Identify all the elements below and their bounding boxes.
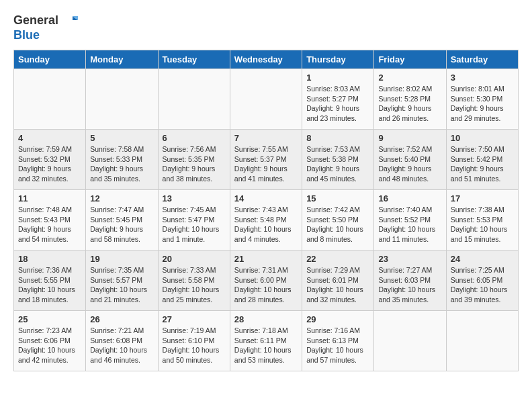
- calendar-cell: 12Sunrise: 7:47 AM Sunset: 5:45 PM Dayli…: [86, 189, 158, 250]
- cell-content: Sunrise: 7:58 AM Sunset: 5:33 PM Dayligh…: [90, 144, 153, 184]
- calendar-cell: 26Sunrise: 7:21 AM Sunset: 6:08 PM Dayli…: [86, 310, 158, 371]
- day-number: 4: [18, 133, 81, 143]
- calendar-cell: 28Sunrise: 7:18 AM Sunset: 6:11 PM Dayli…: [230, 310, 302, 371]
- day-number: 8: [306, 133, 369, 143]
- day-number: 2: [378, 73, 441, 83]
- cell-content: Sunrise: 8:01 AM Sunset: 5:30 PM Dayligh…: [451, 84, 514, 124]
- calendar-week-row: 1Sunrise: 8:03 AM Sunset: 5:27 PM Daylig…: [14, 68, 519, 129]
- calendar-cell: 16Sunrise: 7:40 AM Sunset: 5:52 PM Dayli…: [374, 189, 446, 250]
- calendar-cell: 13Sunrise: 7:45 AM Sunset: 5:47 PM Dayli…: [158, 189, 230, 250]
- calendar-week-row: 11Sunrise: 7:48 AM Sunset: 5:43 PM Dayli…: [14, 189, 519, 250]
- calendar-week-row: 25Sunrise: 7:23 AM Sunset: 6:06 PM Dayli…: [14, 310, 519, 371]
- logo-text: General Blue: [13, 13, 78, 43]
- calendar-cell: 6Sunrise: 7:56 AM Sunset: 5:35 PM Daylig…: [158, 129, 230, 189]
- calendar-header-thursday: Thursday: [302, 50, 374, 68]
- cell-content: Sunrise: 7:55 AM Sunset: 5:37 PM Dayligh…: [234, 144, 298, 184]
- day-number: 7: [234, 133, 298, 143]
- calendar-body: 1Sunrise: 8:03 AM Sunset: 5:27 PM Daylig…: [14, 68, 519, 371]
- calendar-cell: [158, 68, 230, 129]
- calendar-week-row: 4Sunrise: 7:59 AM Sunset: 5:32 PM Daylig…: [14, 129, 519, 189]
- cell-content: Sunrise: 7:27 AM Sunset: 6:03 PM Dayligh…: [378, 265, 441, 305]
- day-number: 5: [90, 133, 153, 143]
- cell-content: Sunrise: 7:18 AM Sunset: 6:11 PM Dayligh…: [234, 326, 298, 365]
- calendar-cell: 5Sunrise: 7:58 AM Sunset: 5:33 PM Daylig…: [86, 129, 158, 189]
- cell-content: Sunrise: 7:36 AM Sunset: 5:55 PM Dayligh…: [18, 265, 81, 305]
- day-number: 12: [90, 193, 153, 203]
- calendar-header-sunday: Sunday: [14, 50, 86, 68]
- calendar-header-monday: Monday: [86, 50, 158, 68]
- calendar-cell: 18Sunrise: 7:36 AM Sunset: 5:55 PM Dayli…: [14, 250, 86, 310]
- cell-content: Sunrise: 7:21 AM Sunset: 6:08 PM Dayligh…: [90, 326, 153, 365]
- cell-content: Sunrise: 7:53 AM Sunset: 5:38 PM Dayligh…: [306, 144, 369, 184]
- calendar-cell: 2Sunrise: 8:02 AM Sunset: 5:28 PM Daylig…: [374, 68, 446, 129]
- day-number: 24: [451, 254, 514, 264]
- cell-content: Sunrise: 7:33 AM Sunset: 5:58 PM Dayligh…: [163, 265, 226, 305]
- cell-content: Sunrise: 7:43 AM Sunset: 5:48 PM Dayligh…: [234, 205, 298, 244]
- calendar-cell: 24Sunrise: 7:25 AM Sunset: 6:05 PM Dayli…: [446, 250, 518, 310]
- cell-content: Sunrise: 7:48 AM Sunset: 5:43 PM Dayligh…: [18, 205, 81, 244]
- calendar-cell: [86, 68, 158, 129]
- calendar-header-wednesday: Wednesday: [230, 50, 302, 68]
- calendar-cell: 25Sunrise: 7:23 AM Sunset: 6:06 PM Dayli…: [14, 310, 86, 371]
- calendar-cell: 20Sunrise: 7:33 AM Sunset: 5:58 PM Dayli…: [158, 250, 230, 310]
- day-number: 27: [163, 314, 226, 324]
- cell-content: Sunrise: 7:25 AM Sunset: 6:05 PM Dayligh…: [451, 265, 514, 305]
- day-number: 15: [306, 193, 369, 203]
- day-number: 13: [163, 193, 226, 203]
- calendar-table: SundayMondayTuesdayWednesdayThursdayFrid…: [13, 50, 519, 371]
- day-number: 19: [90, 254, 153, 264]
- cell-content: Sunrise: 7:19 AM Sunset: 6:10 PM Dayligh…: [163, 326, 226, 365]
- calendar-cell: 10Sunrise: 7:50 AM Sunset: 5:42 PM Dayli…: [446, 129, 518, 189]
- day-number: 6: [163, 133, 226, 143]
- day-number: 22: [306, 254, 369, 264]
- day-number: 28: [234, 314, 298, 324]
- calendar-cell: 11Sunrise: 7:48 AM Sunset: 5:43 PM Dayli…: [14, 189, 86, 250]
- day-number: 25: [18, 314, 81, 324]
- calendar-cell: 21Sunrise: 7:31 AM Sunset: 6:00 PM Dayli…: [230, 250, 302, 310]
- cell-content: Sunrise: 7:45 AM Sunset: 5:47 PM Dayligh…: [163, 205, 226, 244]
- page-header: General Blue: [13, 13, 519, 43]
- day-number: 14: [234, 193, 298, 203]
- cell-content: Sunrise: 7:42 AM Sunset: 5:50 PM Dayligh…: [306, 205, 369, 244]
- day-number: 20: [163, 254, 226, 264]
- logo-bird-icon: [63, 13, 78, 28]
- calendar-cell: 4Sunrise: 7:59 AM Sunset: 5:32 PM Daylig…: [14, 129, 86, 189]
- calendar-cell: 14Sunrise: 7:43 AM Sunset: 5:48 PM Dayli…: [230, 189, 302, 250]
- calendar-header-tuesday: Tuesday: [158, 50, 230, 68]
- day-number: 29: [306, 314, 369, 324]
- cell-content: Sunrise: 7:38 AM Sunset: 5:53 PM Dayligh…: [451, 205, 514, 244]
- day-number: 1: [306, 73, 369, 83]
- calendar-cell: 22Sunrise: 7:29 AM Sunset: 6:01 PM Dayli…: [302, 250, 374, 310]
- day-number: 23: [378, 254, 441, 264]
- cell-content: Sunrise: 7:56 AM Sunset: 5:35 PM Dayligh…: [163, 144, 226, 184]
- day-number: 11: [18, 193, 81, 203]
- cell-content: Sunrise: 8:02 AM Sunset: 5:28 PM Dayligh…: [378, 84, 441, 124]
- cell-content: Sunrise: 7:50 AM Sunset: 5:42 PM Dayligh…: [451, 144, 514, 184]
- cell-content: Sunrise: 7:31 AM Sunset: 6:00 PM Dayligh…: [234, 265, 298, 305]
- calendar-cell: 1Sunrise: 8:03 AM Sunset: 5:27 PM Daylig…: [302, 68, 374, 129]
- calendar-cell: [374, 310, 446, 371]
- calendar-cell: 9Sunrise: 7:52 AM Sunset: 5:40 PM Daylig…: [374, 129, 446, 189]
- day-number: 9: [378, 133, 441, 143]
- calendar-cell: 7Sunrise: 7:55 AM Sunset: 5:37 PM Daylig…: [230, 129, 302, 189]
- calendar-cell: 29Sunrise: 7:16 AM Sunset: 6:13 PM Dayli…: [302, 310, 374, 371]
- cell-content: Sunrise: 7:47 AM Sunset: 5:45 PM Dayligh…: [90, 205, 153, 244]
- calendar-cell: 3Sunrise: 8:01 AM Sunset: 5:30 PM Daylig…: [446, 68, 518, 129]
- cell-content: Sunrise: 7:52 AM Sunset: 5:40 PM Dayligh…: [378, 144, 441, 184]
- calendar-cell: 19Sunrise: 7:35 AM Sunset: 5:57 PM Dayli…: [86, 250, 158, 310]
- day-number: 10: [451, 133, 514, 143]
- cell-content: Sunrise: 7:29 AM Sunset: 6:01 PM Dayligh…: [306, 265, 369, 305]
- calendar-cell: 17Sunrise: 7:38 AM Sunset: 5:53 PM Dayli…: [446, 189, 518, 250]
- cell-content: Sunrise: 7:59 AM Sunset: 5:32 PM Dayligh…: [18, 144, 81, 184]
- day-number: 26: [90, 314, 153, 324]
- cell-content: Sunrise: 7:16 AM Sunset: 6:13 PM Dayligh…: [306, 326, 369, 365]
- calendar-cell: [446, 310, 518, 371]
- cell-content: Sunrise: 7:35 AM Sunset: 5:57 PM Dayligh…: [90, 265, 153, 305]
- day-number: 3: [451, 73, 514, 83]
- calendar-cell: [14, 68, 86, 129]
- day-number: 16: [378, 193, 441, 203]
- day-number: 17: [451, 193, 514, 203]
- cell-content: Sunrise: 7:40 AM Sunset: 5:52 PM Dayligh…: [378, 205, 441, 244]
- day-number: 21: [234, 254, 298, 264]
- calendar-cell: [230, 68, 302, 129]
